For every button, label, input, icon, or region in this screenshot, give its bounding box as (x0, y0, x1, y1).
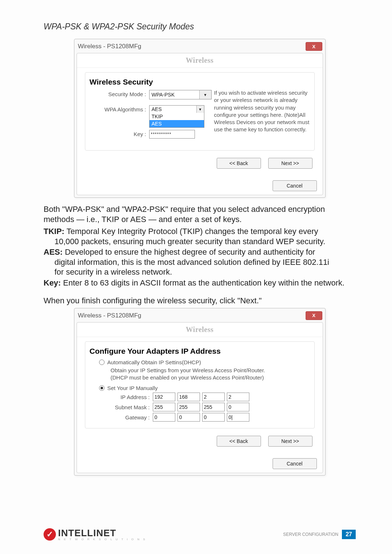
footer-section: SERVER CONFIGURATION (283, 532, 338, 537)
cancel-button[interactable]: Cancel (273, 180, 317, 191)
wpa-algorithms-select[interactable]: AES ▼ TKIP AES (149, 105, 204, 128)
key-label: Key : (88, 130, 149, 137)
wpa-algo-current: AES (152, 106, 162, 112)
window-title: Wireless - PS1208MFg (78, 43, 142, 50)
next-button[interactable]: Next >> (268, 158, 313, 169)
close-icon[interactable]: X (306, 42, 322, 51)
ip-octet-1[interactable]: 192 (153, 393, 175, 401)
paragraph-next: When you finish configuring the wireless… (44, 296, 356, 306)
ip-octet-2[interactable]: 168 (177, 393, 200, 401)
wpa-algo-option-tkip[interactable]: TKIP (150, 113, 204, 120)
group-heading: Configure Your Adapters IP Address (90, 347, 311, 356)
wpa-algorithms-label: WPA Algorithms : (88, 105, 149, 112)
back-button[interactable]: << Back (217, 158, 261, 169)
cancel-button[interactable]: Cancel (273, 458, 317, 469)
wireless-security-dialog: Wireless - PS1208MFg X Wireless Wireless… (74, 39, 326, 198)
panel-banner: Wireless (77, 323, 323, 337)
subnet-mask-label: Subnet Mask : (103, 404, 153, 410)
group-heading: Wireless Security (90, 78, 311, 86)
page-number: 27 (342, 530, 356, 539)
brand-logo-icon: ✓ (44, 528, 56, 541)
section-title: WPA-PSK & WPA2-PSK Security Modes (44, 22, 356, 32)
gw-octet-3[interactable]: 0 (202, 413, 225, 422)
ip-config-dialog: Wireless - PS1208MFg X Wireless Configur… (74, 308, 326, 476)
radio-manual-label: Set Your IP Manually (107, 385, 158, 391)
key-input[interactable]: ********** (149, 130, 195, 139)
gateway-label: Gateway : (103, 414, 153, 420)
mask-octet-1[interactable]: 255 (153, 403, 175, 411)
brand-tagline: N E T W O R K S O L U T I O N S (58, 538, 147, 541)
paragraph-intro: Both "WPA-PSK" and "WPA2-PSK" require th… (44, 204, 356, 224)
back-button[interactable]: << Back (217, 436, 261, 447)
radio-dhcp-label: Automatically Obtain IP Settins(DHCP) (107, 359, 201, 365)
help-text: If you wish to activate wireless securit… (214, 89, 312, 134)
mask-octet-3[interactable]: 255 (202, 403, 225, 411)
gw-octet-2[interactable]: 0 (177, 413, 200, 422)
next-button[interactable]: Next >> (268, 436, 313, 447)
aes-definition: AES: Developed to ensure the highest deg… (44, 247, 356, 277)
radio-icon (99, 360, 105, 365)
page-footer: ✓ INTELLINET N E T W O R K S O L U T I O… (44, 528, 356, 541)
ip-octet-4[interactable]: 2 (227, 393, 249, 401)
gw-octet-4[interactable]: 0| (227, 413, 249, 422)
brand-name: INTELLINET (58, 528, 147, 539)
chevron-down-icon: ▼ (199, 90, 211, 99)
close-icon[interactable]: X (306, 311, 322, 320)
radio-icon (99, 385, 105, 391)
dhcp-help-text: Obtain your IP Settings from your Wirele… (111, 367, 311, 382)
window-title: Wireless - PS1208MFg (78, 312, 142, 319)
radio-dhcp[interactable]: Automatically Obtain IP Settins(DHCP) (99, 359, 311, 365)
chevron-down-icon: ▼ (196, 106, 204, 113)
security-mode-label: Security Mode : (88, 90, 149, 97)
wpa-algo-option-aes[interactable]: AES (150, 120, 204, 127)
tkip-definition: TKIP: Temporal Key Integrity Protocol (T… (44, 226, 356, 246)
security-mode-select[interactable]: WPA-PSK ▼ (149, 90, 212, 99)
panel-banner: Wireless (77, 53, 323, 68)
mask-octet-2[interactable]: 255 (177, 403, 200, 411)
gw-octet-1[interactable]: 0 (153, 413, 175, 422)
radio-manual[interactable]: Set Your IP Manually (99, 385, 311, 391)
ip-address-label: IP Address : (103, 394, 153, 400)
ip-octet-3[interactable]: 2 (202, 393, 225, 401)
security-mode-value: WPA-PSK (150, 92, 177, 98)
mask-octet-4[interactable]: 0 (227, 403, 249, 411)
key-definition: Key: Enter 8 to 63 digits in ASCII forma… (44, 278, 356, 288)
